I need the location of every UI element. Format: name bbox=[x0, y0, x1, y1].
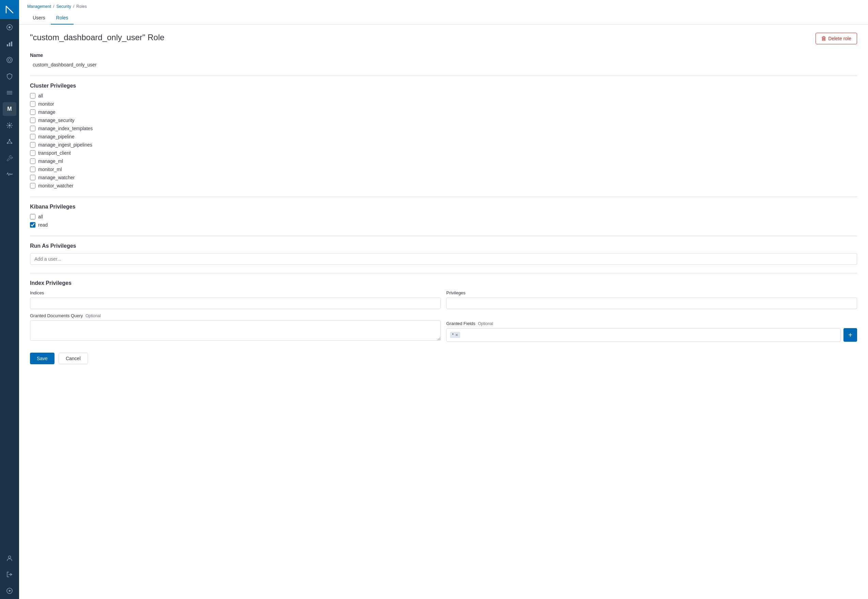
visualize-icon[interactable] bbox=[3, 37, 17, 50]
index-privileges-title: Index Privileges bbox=[30, 280, 857, 286]
cluster-priv-monitor-checkbox[interactable] bbox=[30, 101, 35, 107]
tag-remove-button[interactable]: ✕ bbox=[455, 333, 458, 337]
svg-point-1 bbox=[9, 26, 11, 28]
breadcrumb-security[interactable]: Security bbox=[56, 4, 71, 9]
breadcrumb-management[interactable]: Management bbox=[27, 4, 51, 9]
cluster-priv-manage-security-checkbox[interactable] bbox=[30, 117, 35, 123]
kibana-priv-read: read bbox=[30, 222, 857, 227]
cluster-priv-manage-pipeline-checkbox[interactable] bbox=[30, 134, 35, 139]
svg-point-17 bbox=[9, 556, 11, 558]
granted-docs-textarea[interactable] bbox=[30, 320, 441, 341]
granted-fields-input[interactable]: * ✕ bbox=[446, 328, 841, 342]
kibana-logo[interactable] bbox=[0, 0, 19, 19]
name-section: Name custom_dashboard_only_user bbox=[30, 53, 857, 69]
kibana-priv-read-label[interactable]: read bbox=[38, 222, 48, 227]
svg-line-14 bbox=[8, 140, 9, 142]
cluster-priv-manage-ml: manage_ml bbox=[30, 158, 857, 164]
cluster-priv-manage-ingest-pipelines-label[interactable]: manage_ingest_pipelines bbox=[38, 142, 92, 147]
kibana-privileges-title: Kibana Privileges bbox=[30, 204, 857, 210]
cluster-priv-manage-index-templates: manage_index_templates bbox=[30, 126, 857, 131]
index-grid-bottom: Granted Documents Query Optional Granted… bbox=[30, 313, 857, 342]
divider-3 bbox=[30, 236, 857, 236]
cancel-button[interactable]: Cancel bbox=[59, 353, 88, 364]
trash-icon bbox=[821, 36, 826, 41]
page-title: "custom_dashboard_only_user" Role bbox=[30, 33, 164, 42]
page-content: "custom_dashboard_only_user" Role Delete… bbox=[19, 24, 868, 599]
tag-value: * bbox=[452, 333, 454, 337]
security-icon[interactable] bbox=[3, 69, 17, 83]
cluster-priv-monitor-label[interactable]: monitor bbox=[38, 101, 54, 107]
management-icon[interactable]: M bbox=[3, 102, 17, 116]
svg-line-15 bbox=[9, 140, 11, 142]
tab-users[interactable]: Users bbox=[27, 12, 51, 24]
cluster-priv-transport-client-label[interactable]: transport_client bbox=[38, 150, 71, 156]
privileges-input[interactable] bbox=[446, 298, 857, 309]
kibana-priv-read-checkbox[interactable] bbox=[30, 222, 35, 227]
devtools-icon[interactable] bbox=[3, 119, 17, 132]
breadcrumb-sep2: / bbox=[73, 4, 74, 9]
breadcrumb-sep1: / bbox=[53, 4, 54, 9]
wrench-icon[interactable] bbox=[3, 151, 17, 165]
logout-icon[interactable] bbox=[3, 567, 17, 581]
indices-label: Indices bbox=[30, 290, 441, 295]
svg-rect-3 bbox=[9, 42, 10, 46]
cluster-priv-monitor-ml-checkbox[interactable] bbox=[30, 167, 35, 172]
cluster-priv-manage-ml-label[interactable]: manage_ml bbox=[38, 158, 63, 164]
kibana-privileges-section: Kibana Privileges all read bbox=[30, 204, 857, 227]
main-content: Management / Security / Roles Users Role… bbox=[19, 0, 868, 599]
cluster-priv-manage-watcher-label[interactable]: manage_watcher bbox=[38, 175, 75, 180]
cluster-privileges-title: Cluster Privileges bbox=[30, 83, 857, 89]
cluster-priv-transport-client-checkbox[interactable] bbox=[30, 150, 35, 156]
cluster-priv-monitor-watcher-checkbox[interactable] bbox=[30, 183, 35, 188]
play-icon[interactable] bbox=[3, 584, 17, 597]
svg-point-12 bbox=[7, 142, 8, 144]
granted-fields-label: Granted Fields Optional bbox=[446, 321, 857, 326]
graph-icon[interactable] bbox=[3, 135, 17, 149]
kibana-priv-all-label[interactable]: all bbox=[38, 214, 43, 220]
cluster-priv-all-label[interactable]: all bbox=[38, 93, 43, 98]
tabs-bar: Users Roles bbox=[19, 12, 868, 24]
granted-fields-tag: * ✕ bbox=[450, 332, 460, 338]
svg-point-6 bbox=[8, 59, 11, 61]
cluster-priv-manage-pipeline: manage_pipeline bbox=[30, 134, 857, 139]
monitoring-icon[interactable] bbox=[3, 168, 17, 181]
kibana-priv-all: all bbox=[30, 214, 857, 220]
kibana-priv-all-checkbox[interactable] bbox=[30, 214, 35, 220]
cluster-priv-manage-index-templates-label[interactable]: manage_index_templates bbox=[38, 126, 93, 131]
name-label: Name bbox=[30, 53, 857, 58]
run-as-section: Run As Privileges bbox=[30, 243, 857, 265]
timelion-icon[interactable] bbox=[3, 86, 17, 99]
cluster-priv-manage-checkbox[interactable] bbox=[30, 109, 35, 115]
cluster-priv-manage-label[interactable]: manage bbox=[38, 109, 56, 115]
user-icon[interactable] bbox=[3, 551, 17, 565]
svg-point-11 bbox=[9, 139, 10, 140]
granted-fields-field-group: Granted Fields Optional * ✕ + bbox=[446, 321, 857, 342]
run-as-input[interactable] bbox=[30, 253, 857, 265]
add-index-button[interactable]: + bbox=[844, 328, 857, 342]
run-as-title: Run As Privileges bbox=[30, 243, 857, 249]
breadcrumb: Management / Security / Roles bbox=[19, 0, 868, 9]
cluster-priv-monitor-ml-label[interactable]: monitor_ml bbox=[38, 167, 62, 172]
cluster-priv-manage-security-label[interactable]: manage_security bbox=[38, 117, 75, 123]
tab-roles[interactable]: Roles bbox=[51, 12, 74, 24]
cluster-privileges-section: Cluster Privileges all monitor manage ma… bbox=[30, 83, 857, 188]
svg-point-13 bbox=[11, 142, 12, 144]
dashboard-icon[interactable] bbox=[3, 53, 17, 67]
cluster-priv-manage-pipeline-label[interactable]: manage_pipeline bbox=[38, 134, 75, 139]
privileges-label: Privileges bbox=[446, 290, 857, 295]
cluster-priv-manage-watcher-checkbox[interactable] bbox=[30, 175, 35, 180]
discover-icon[interactable] bbox=[3, 20, 17, 34]
cluster-priv-manage-ml-checkbox[interactable] bbox=[30, 158, 35, 164]
cluster-priv-manage-security: manage_security bbox=[30, 117, 857, 123]
save-button[interactable]: Save bbox=[30, 353, 54, 364]
cluster-priv-transport-client: transport_client bbox=[30, 150, 857, 156]
granted-docs-label: Granted Documents Query Optional bbox=[30, 313, 441, 318]
cluster-priv-all-checkbox[interactable] bbox=[30, 93, 35, 98]
divider-4 bbox=[30, 273, 857, 273]
delete-role-button[interactable]: Delete role bbox=[815, 33, 857, 44]
cluster-priv-manage-ingest-pipelines-checkbox[interactable] bbox=[30, 142, 35, 147]
cluster-priv-monitor-watcher-label[interactable]: monitor_watcher bbox=[38, 183, 74, 188]
cluster-priv-manage-index-templates-checkbox[interactable] bbox=[30, 126, 35, 131]
indices-input[interactable] bbox=[30, 298, 441, 309]
svg-point-10 bbox=[9, 124, 11, 126]
